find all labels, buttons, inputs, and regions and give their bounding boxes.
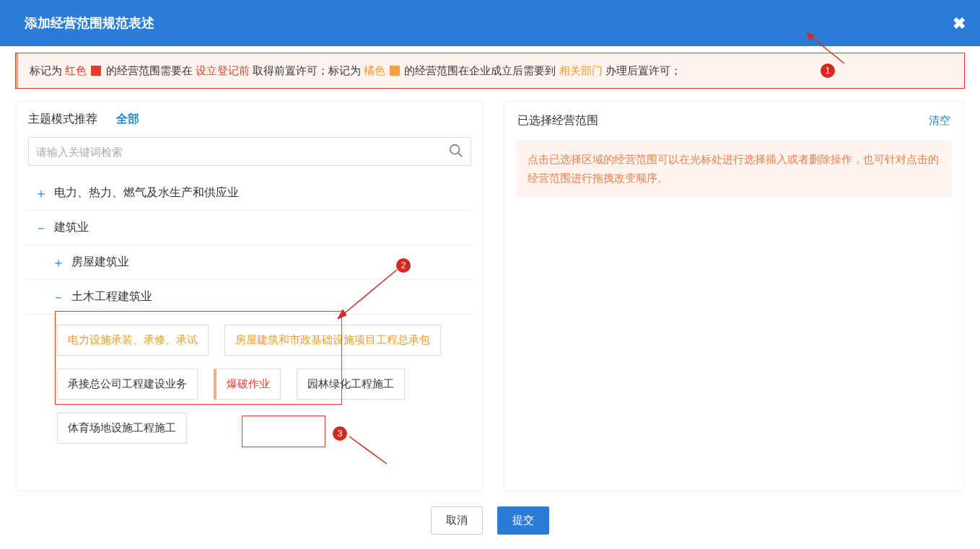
close-icon[interactable]: ✖ (953, 14, 966, 33)
notice-red-word: 红色 (65, 64, 87, 76)
tab-all[interactable]: 全部 (116, 112, 139, 127)
chip-item[interactable]: 园林绿化工程施工 (297, 369, 405, 400)
cancel-button[interactable]: 取消 (431, 506, 483, 535)
tree-label: 建筑业 (54, 220, 89, 235)
tree-item[interactable]: ＋ 电力、热力、燃气及水生产和供应业 (27, 176, 473, 211)
chip-item[interactable]: 爆破作业 (214, 369, 281, 400)
plus-icon[interactable]: ＋ (51, 256, 66, 269)
notice-text: 的经营范围在企业成立后需要到 (404, 64, 559, 76)
search-input[interactable] (28, 137, 471, 166)
left-panel: 主题模式推荐 全部 ＋ 电力、热力、燃气及水生产和供应业 (16, 101, 484, 491)
svg-line-1 (458, 153, 463, 157)
tabs: 主题模式推荐 全部 (17, 102, 483, 137)
tree-label: 电力、热力、燃气及水生产和供应业 (54, 185, 239, 201)
clear-button[interactable]: 清空 (929, 114, 950, 128)
tree-item[interactable]: － 土木工程建筑业 (27, 280, 473, 315)
orange-square-icon (390, 66, 400, 76)
notice-bar: 标记为 红色 的经营范围需要在 设立登记前 取得前置许可；标记为 橘色 的经营范… (16, 53, 964, 88)
notice-text: 取得前置许可；标记为 (253, 64, 364, 76)
search-wrapper (28, 137, 471, 166)
notice-red-phrase: 设立登记前 (196, 64, 250, 76)
dialog-header: 添加经营范围规范表述 ✖ (0, 0, 980, 46)
chip-item[interactable]: 房屋建筑和市政基础设施项目工程总承包 (224, 325, 441, 356)
submit-button[interactable]: 提交 (497, 506, 549, 535)
tree-item[interactable]: － 建筑业 (27, 211, 473, 245)
notice-text: 办理后置许可； (605, 64, 681, 76)
tab-recommend[interactable]: 主题模式推荐 (28, 112, 97, 127)
minus-icon[interactable]: － (51, 291, 66, 304)
notice-org-phrase: 相关部门 (559, 64, 603, 76)
red-square-icon (91, 66, 101, 76)
notice-text: 的经营范围需要在 (106, 64, 196, 76)
tree-label: 土木工程建筑业 (71, 289, 152, 304)
tree-label: 房屋建筑业 (71, 255, 129, 270)
plus-icon[interactable]: ＋ (34, 187, 48, 200)
chip-item[interactable]: 体育场地设施工程施工 (57, 413, 187, 444)
notice-org-word: 橘色 (364, 64, 385, 76)
chip-item[interactable]: 承接总公司工程建设业务 (57, 369, 198, 400)
tree-item[interactable]: ＋ 房屋建筑业 (27, 245, 473, 280)
dialog-title: 添加经营范围规范表述 (25, 14, 154, 32)
selected-title: 已选择经营范围 (517, 113, 598, 128)
notice-text: 标记为 (30, 64, 65, 76)
chip-item[interactable]: 电力设施承装、承修、承试 (57, 325, 209, 356)
svg-point-0 (450, 145, 460, 154)
selected-note: 点击已选择区域的经营范围可以在光标处进行选择插入或者删除操作，也可针对点击的经营… (516, 140, 952, 197)
minus-icon[interactable]: － (34, 221, 48, 234)
right-panel: 已选择经营范围 清空 点击已选择区域的经营范围可以在光标处进行选择插入或者删除操… (504, 101, 964, 491)
tree-scroll[interactable]: ＋ 电力、热力、燃气及水生产和供应业 － 建筑业 ＋ 房屋建筑业 － 土木工程建… (17, 176, 483, 491)
search-icon[interactable] (448, 143, 464, 162)
footer: 取消 提交 (0, 506, 980, 535)
